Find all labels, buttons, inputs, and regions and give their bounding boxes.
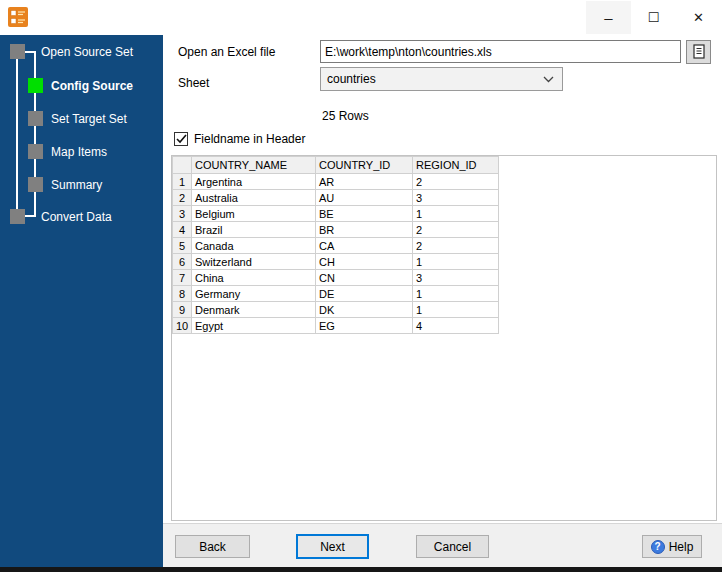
step-marker-square: [28, 111, 43, 126]
table-row[interactable]: 5 Canada CA 2: [173, 238, 499, 254]
row-number: 4: [173, 222, 192, 238]
sidebar-step-open-source-set[interactable]: Open Source Set: [10, 44, 133, 59]
table-row[interactable]: 1 Argentina AR 2: [173, 174, 499, 190]
cell-country-name[interactable]: Brazil: [192, 222, 316, 238]
active-step-marker-square: [28, 78, 43, 93]
table-row[interactable]: 10 Egypt EG 4: [173, 318, 499, 334]
step-label: Summary: [51, 178, 102, 192]
cell-country-name[interactable]: China: [192, 270, 316, 286]
maximize-button[interactable]: ☐: [631, 1, 676, 34]
cell-country-name[interactable]: Switzerland: [192, 254, 316, 270]
cell-country-id[interactable]: CA: [316, 238, 413, 254]
row-number: 7: [173, 270, 192, 286]
wizard-window: – ☐ ✕ Open Source Set Config Source Set …: [0, 0, 722, 572]
table-row[interactable]: 2 Australia AU 3: [173, 190, 499, 206]
row-number: 8: [173, 286, 192, 302]
grid-corner-cell: [173, 157, 192, 174]
row-number: 3: [173, 206, 192, 222]
cell-country-name[interactable]: Argentina: [192, 174, 316, 190]
sheet-select[interactable]: countries: [320, 67, 563, 91]
data-table: COUNTRY_NAME COUNTRY_ID REGION_ID 1 Arge…: [172, 156, 499, 334]
cell-region-id[interactable]: 1: [413, 206, 499, 222]
app-icon: [8, 7, 28, 27]
connector-line: [34, 52, 36, 217]
table-row[interactable]: 3 Belgium BE 1: [173, 206, 499, 222]
table-row[interactable]: 9 Denmark DK 1: [173, 302, 499, 318]
step-label: Convert Data: [41, 210, 112, 224]
cell-country-name[interactable]: Germany: [192, 286, 316, 302]
step-label: Open Source Set: [41, 45, 133, 59]
minimize-button[interactable]: –: [586, 1, 631, 34]
cell-country-name[interactable]: Canada: [192, 238, 316, 254]
browse-file-button[interactable]: [686, 40, 711, 64]
window-controls: – ☐ ✕: [586, 1, 721, 34]
sheet-selected-value: countries: [327, 72, 543, 86]
row-number: 2: [173, 190, 192, 206]
cell-country-id[interactable]: BR: [316, 222, 413, 238]
step-marker-square: [28, 177, 43, 192]
sidebar-step-convert-data[interactable]: Convert Data: [10, 209, 112, 224]
cell-region-id[interactable]: 1: [413, 254, 499, 270]
cell-region-id[interactable]: 3: [413, 270, 499, 286]
cell-country-id[interactable]: CH: [316, 254, 413, 270]
cell-region-id[interactable]: 2: [413, 174, 499, 190]
sidebar-step-set-target-set[interactable]: Set Target Set: [28, 111, 127, 126]
next-button[interactable]: Next: [296, 534, 369, 559]
help-label: Help: [669, 540, 694, 554]
header-row: COUNTRY_NAME COUNTRY_ID REGION_ID: [173, 157, 499, 174]
cell-region-id[interactable]: 2: [413, 222, 499, 238]
sheet-label: Sheet: [178, 76, 209, 90]
cell-country-name[interactable]: Denmark: [192, 302, 316, 318]
wizard-sidebar: Open Source Set Config Source Set Target…: [0, 35, 163, 567]
chevron-down-icon: [543, 76, 554, 83]
column-header-country-id[interactable]: COUNTRY_ID: [316, 157, 413, 174]
fieldname-in-header-option[interactable]: Fieldname in Header: [174, 132, 305, 146]
cell-country-name[interactable]: Egypt: [192, 318, 316, 334]
help-question-icon: ?: [651, 540, 665, 554]
cell-region-id[interactable]: 2: [413, 238, 499, 254]
config-source-panel: Open an Excel file Sheet countries 25 Ro…: [163, 35, 722, 567]
cell-region-id[interactable]: 1: [413, 286, 499, 302]
step-marker-square: [28, 144, 43, 159]
cell-country-id[interactable]: EG: [316, 318, 413, 334]
step-label: Map Items: [51, 145, 107, 159]
table-row[interactable]: 4 Brazil BR 2: [173, 222, 499, 238]
cell-country-id[interactable]: DE: [316, 286, 413, 302]
cell-country-id[interactable]: AR: [316, 174, 413, 190]
cell-country-name[interactable]: Australia: [192, 190, 316, 206]
titlebar: – ☐ ✕: [0, 0, 722, 35]
table-row[interactable]: 7 China CN 3: [173, 270, 499, 286]
cell-country-id[interactable]: CN: [316, 270, 413, 286]
footer-button-bar: Back Next Cancel ? Help: [163, 523, 722, 567]
sidebar-step-config-source[interactable]: Config Source: [28, 78, 133, 93]
help-button[interactable]: ? Help: [642, 535, 702, 558]
data-preview-grid[interactable]: COUNTRY_NAME COUNTRY_ID REGION_ID 1 Arge…: [171, 155, 717, 521]
cell-region-id[interactable]: 4: [413, 318, 499, 334]
column-header-country-name[interactable]: COUNTRY_NAME: [192, 157, 316, 174]
table-row[interactable]: 6 Switzerland CH 1: [173, 254, 499, 270]
cell-country-id[interactable]: DK: [316, 302, 413, 318]
checked-checkbox-icon[interactable]: [174, 132, 188, 146]
row-number: 1: [173, 174, 192, 190]
sidebar-step-map-items[interactable]: Map Items: [28, 144, 107, 159]
row-number: 5: [173, 238, 192, 254]
cell-country-name[interactable]: Belgium: [192, 206, 316, 222]
column-header-region-id[interactable]: REGION_ID: [413, 157, 499, 174]
row-number: 10: [173, 318, 192, 334]
cell-region-id[interactable]: 1: [413, 302, 499, 318]
row-count-status: 25 Rows: [322, 109, 369, 123]
open-excel-file-label: Open an Excel file: [178, 45, 275, 59]
step-marker-square: [10, 209, 25, 224]
sidebar-step-summary[interactable]: Summary: [28, 177, 102, 192]
table-row[interactable]: 8 Germany DE 1: [173, 286, 499, 302]
cell-region-id[interactable]: 3: [413, 190, 499, 206]
document-icon: [692, 44, 706, 60]
cell-country-id[interactable]: BE: [316, 206, 413, 222]
cancel-button[interactable]: Cancel: [416, 535, 489, 558]
excel-file-path-input[interactable]: [320, 40, 681, 63]
step-label: Config Source: [51, 79, 133, 93]
close-button[interactable]: ✕: [676, 1, 721, 34]
window-bottom-edge: [0, 567, 722, 572]
cell-country-id[interactable]: AU: [316, 190, 413, 206]
back-button[interactable]: Back: [175, 535, 250, 558]
